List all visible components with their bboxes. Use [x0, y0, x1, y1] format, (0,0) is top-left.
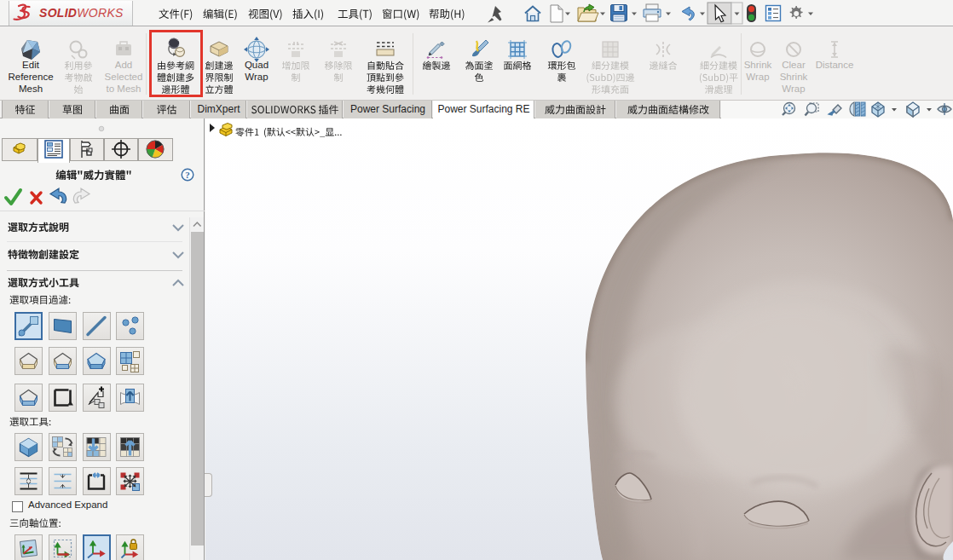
svg-text:?: ?	[185, 170, 190, 180]
svg-text:SOLIDWORKS: SOLIDWORKS	[39, 6, 124, 20]
